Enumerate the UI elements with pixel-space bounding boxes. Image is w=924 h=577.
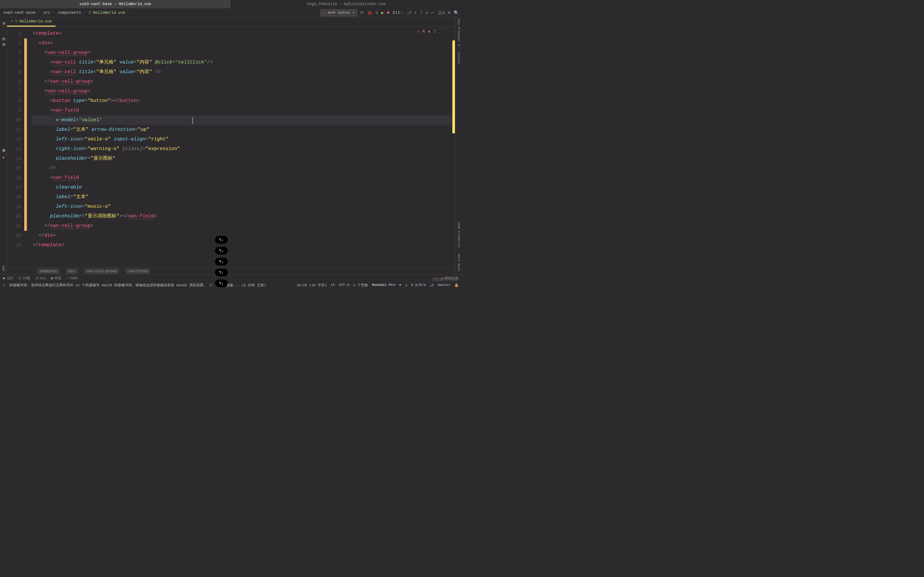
crumb-item[interactable]: template — [37, 269, 59, 274]
stop-icon[interactable]: ■ — [387, 10, 389, 15]
project-icon[interactable]: ▫ — [2, 25, 5, 29]
circle-icon: ● — [399, 283, 401, 287]
file-encoding[interactable]: UTF-8 — [339, 283, 349, 287]
refresh-icon[interactable]: ⟳ — [360, 10, 364, 15]
debug-icon[interactable]: ⊙ — [375, 10, 378, 15]
terminal-toolwindow[interactable]: ▣终端 — [51, 276, 61, 280]
chevron-right-icon: 〉 — [52, 10, 56, 15]
run-toolwindow[interactable]: ▶运行 — [3, 276, 14, 280]
crumb-item[interactable]: van-field — [126, 269, 150, 274]
project-name: hbga_h5mobile — [307, 2, 337, 6]
bolt-icon[interactable]: ⚡ — [3, 283, 5, 287]
file-name: HelloWorld.vue — [119, 2, 151, 6]
branch-icon: ⎇ — [35, 276, 39, 280]
watermark: @掘金技术社区 — [433, 277, 458, 282]
branch-icon: ⎇ — [430, 283, 434, 287]
breadcrumb[interactable]: vue3-vant-base 〉 src 〉 components 〉 V He… — [3, 10, 131, 15]
chevron-right-icon: 〉 — [37, 10, 41, 15]
npm-panel-tab[interactable]: npm — [2, 266, 5, 271]
window-title-tabs: vue3-vant-base – HelloWorld.vue hbga_h5m… — [0, 0, 462, 8]
git-toolwindow[interactable]: ⎇Git — [35, 276, 47, 280]
keypromoter-panel-tab[interactable]: Key Promoter X — [457, 19, 460, 46]
run-config-selector[interactable]: ⬚ NPM SERVE ▼ — [320, 9, 357, 16]
weak-warning-icon: ▲ — [428, 29, 430, 34]
breadcrumb-part[interactable]: components — [58, 11, 81, 15]
history-icon[interactable]: ↺ — [426, 10, 428, 15]
inspection-widget[interactable]: ⚠4 ▲1 ˆ ˇ — [417, 29, 446, 34]
navigation-bar: vue3-vant-base 〉 src 〉 components 〉 V He… — [0, 8, 462, 17]
git-label: Git: — [393, 11, 403, 15]
window-tab-1[interactable]: vue3-vant-base – HelloWorld.vue — [0, 0, 231, 8]
shortcut-hint: ⌥↓ — [215, 269, 228, 276]
shortcut-hint: ⌥↓ — [215, 247, 228, 255]
crumb-item[interactable]: van-cell-group — [84, 269, 119, 274]
coverage-status[interactable]: 5 Δ/N/A — [411, 283, 426, 287]
file-name: myEvaluationDo.vue — [344, 2, 386, 6]
run-icon[interactable]: ▶ — [381, 10, 384, 15]
git-branch[interactable]: master — [438, 283, 451, 287]
todo-icon: ✓ — [66, 276, 68, 280]
git-branch-icon[interactable]: ⎇ — [407, 10, 411, 15]
run-config-label: NPM SERVE — [328, 11, 350, 15]
chevron-up-down-icon[interactable]: ˆ ˇ — [439, 29, 446, 34]
close-icon[interactable]: × — [11, 19, 13, 24]
wordbook-panel-tab[interactable]: Word Book — [457, 254, 460, 271]
info-icon: ⓘ — [18, 276, 22, 280]
cursor-position[interactable]: 10:25 (16 字符) — [296, 283, 327, 287]
crumb-item[interactable]: div — [66, 269, 78, 274]
bottom-toolbar: ▶运行 ⓘ问题 ⎇Git ▣终端 ✓TODO ⚠事件日志 — [0, 274, 462, 282]
vue-file-icon: V — [89, 11, 91, 15]
code-editor[interactable]: 1234567891011121314151617181920212223 <t… — [7, 27, 455, 268]
right-tool-strip: Key Promoter X Codota JSON Formatter Wor… — [455, 17, 462, 274]
code-content[interactable]: <template> <div> <van-cell-group> <van-c… — [31, 27, 452, 268]
jsonformatter-panel-tab[interactable]: JSON Formatter — [457, 221, 460, 248]
editor-tabs: × V HelloWorld.vue — [7, 17, 455, 27]
editor-breadcrumb[interactable]: template 〉 div 〉 van-cell-group 〉 van-fi… — [7, 268, 455, 274]
left-tool-strip: 项目 ▫ 结构 书签 收藏夹 ★ npm — [0, 17, 7, 274]
coverage-icon: ◯ — [405, 283, 407, 287]
terminal-icon: ▣ — [51, 276, 53, 280]
play-icon: ▶ — [3, 276, 5, 280]
problems-toolwindow[interactable]: ⓘ问题 — [18, 276, 30, 280]
theme-name[interactable]: Monokai Pro — [372, 283, 395, 287]
translate-icon[interactable]: 文A — [438, 10, 445, 16]
npm-icon: ⬚ — [323, 11, 326, 15]
weak-warning-count: 1 — [433, 29, 436, 34]
todo-toolwindow[interactable]: ✓TODO — [66, 276, 78, 280]
gutter-change-markers — [24, 27, 27, 268]
gutter-line-numbers: 1234567891011121314151617181920212223 — [7, 27, 24, 268]
lock-icon[interactable]: 🔒 — [454, 283, 459, 287]
vue-file-icon: V — [15, 19, 17, 24]
chevron-right-icon: 〉 — [127, 10, 131, 15]
warning-count: 4 — [423, 29, 425, 34]
editor-tab-label: HelloWorld.vue — [19, 19, 52, 24]
codota-panel-tab[interactable]: Codota — [457, 52, 460, 63]
indent-setting[interactable]: 2 个空格 — [353, 283, 368, 287]
revert-icon[interactable]: ⤺ — [431, 10, 435, 15]
chevron-right-icon: 〉 — [83, 10, 87, 15]
warning-icon: ⚠ — [417, 29, 419, 34]
shortcut-hint: ⌥↓ — [215, 279, 228, 287]
code-with-me-icon[interactable]: ⊞ — [448, 10, 451, 15]
editor-tab[interactable]: × V HelloWorld.vue — [7, 17, 55, 27]
search-icon[interactable]: 🔍 — [454, 10, 459, 15]
line-separator[interactable]: LF — [331, 283, 335, 287]
minimap-scrollbar[interactable] — [452, 27, 455, 268]
bug-icon[interactable]: 🐞 — [367, 10, 372, 15]
git-pull-icon[interactable]: ⤵ — [420, 10, 423, 15]
breadcrumb-part[interactable]: vue3-vant-base — [3, 11, 36, 15]
git-push-icon[interactable]: ➤ — [415, 10, 417, 15]
breadcrumb-part[interactable]: src — [43, 11, 50, 15]
shortcut-hint: ⌥↓ — [215, 258, 228, 266]
star-icon[interactable]: ★ — [2, 155, 5, 159]
shortcut-hint: ⌥↓ — [215, 236, 228, 243]
status-bar: ⚡ 快捷键冲突: 使用块注释进行注释和另外 11 个快捷键与 macOS 快捷键… — [0, 282, 462, 288]
project-name: vue3-vant-base — [79, 2, 112, 6]
chevron-down-icon: ▼ — [352, 11, 354, 15]
window-tab-2[interactable]: hbga_h5mobile – myEvaluationDo.vue — [231, 0, 462, 8]
gutter-fold-markers[interactable] — [27, 27, 31, 268]
breadcrumb-file[interactable]: HelloWorld.vue — [93, 11, 126, 15]
